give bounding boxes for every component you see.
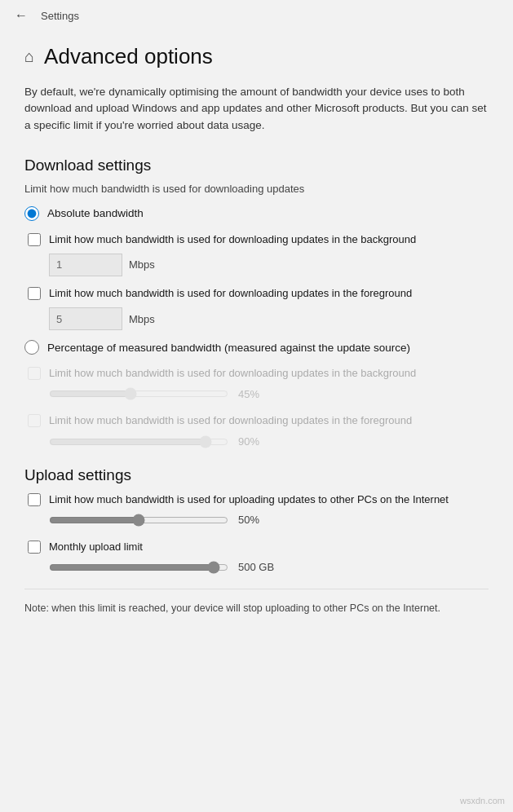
fg-percent-checkbox-row[interactable]: Limit how much bandwidth is used for dow… [28, 413, 489, 428]
absolute-bandwidth-radio[interactable] [24, 206, 39, 221]
absolute-bandwidth-label[interactable]: Absolute bandwidth [47, 207, 144, 219]
bg-percent-slider[interactable] [49, 387, 228, 400]
fg-mbps-input[interactable] [49, 307, 122, 330]
bg-mbps-input-row: Mbps [49, 254, 489, 276]
monthly-checkbox-label[interactable]: Monthly upload limit [49, 540, 143, 554]
upload-settings-section: Upload settings Limit how much bandwidth… [24, 466, 489, 574]
bg-percent-slider-section: 45% [49, 387, 489, 400]
bg-mbps-input[interactable] [49, 254, 122, 276]
monthly-value: 500 GB [238, 561, 274, 573]
fg-percent-checkbox[interactable] [28, 414, 41, 427]
upload-slider-section: 50% [49, 514, 489, 527]
main-content: ⌂ Advanced options By default, we're dyn… [0, 31, 513, 641]
fg-percent-slider-section: 90% [49, 435, 489, 448]
fg-percent-checkbox-label[interactable]: Limit how much bandwidth is used for dow… [49, 413, 412, 428]
home-icon: ⌂ [24, 47, 34, 66]
bg-percent-checkbox-row[interactable]: Limit how much bandwidth is used for dow… [28, 366, 489, 381]
monthly-slider-section: 500 GB [49, 561, 489, 574]
percentage-bandwidth-row[interactable]: Percentage of measured bandwidth (measur… [24, 340, 489, 355]
bg-percent-slider-row[interactable]: 45% [49, 387, 489, 400]
monthly-checkbox-row[interactable]: Monthly upload limit [28, 540, 489, 554]
upload-checkbox[interactable] [28, 493, 41, 506]
bg-percent-checkbox[interactable] [28, 367, 41, 380]
monthly-slider[interactable] [49, 561, 228, 574]
upload-slider[interactable] [49, 514, 228, 527]
monthly-slider-row[interactable]: 500 GB [49, 561, 489, 574]
upload-slider-row[interactable]: 50% [49, 514, 489, 527]
fg-percent-slider-row[interactable]: 90% [49, 435, 489, 448]
absolute-bandwidth-row[interactable]: Absolute bandwidth [24, 206, 489, 221]
back-button[interactable]: ← [10, 7, 33, 24]
download-section-title: Download settings [24, 157, 489, 174]
page-title: Advanced options [44, 44, 213, 69]
fg-percent-slider[interactable] [49, 435, 228, 448]
upload-percent-value: 50% [238, 514, 259, 526]
fg-unit-label: Mbps [129, 313, 155, 325]
download-settings-section: Download settings Limit how much bandwid… [24, 157, 489, 448]
title-bar: ← Settings [0, 0, 513, 31]
download-section-subtitle: Limit how much bandwidth is used for dow… [24, 183, 489, 195]
fg-absolute-checkbox-label[interactable]: Limit how much bandwidth is used for dow… [49, 286, 412, 301]
bg-absolute-checkbox-label[interactable]: Limit how much bandwidth is used for dow… [49, 232, 416, 247]
watermark: wsxdn.com [460, 796, 505, 805]
settings-label: Settings [41, 10, 79, 22]
upload-checkbox-row[interactable]: Limit how much bandwidth is used for upl… [28, 492, 489, 507]
bg-absolute-checkbox-row[interactable]: Limit how much bandwidth is used for dow… [28, 232, 489, 247]
bg-percent-value: 45% [238, 388, 259, 400]
monthly-checkbox[interactable] [28, 541, 41, 554]
percentage-bandwidth-radio[interactable] [24, 340, 39, 355]
note-text: Note: when this limit is reached, your d… [24, 589, 489, 616]
page-header: ⌂ Advanced options [24, 44, 489, 69]
bg-absolute-checkbox[interactable] [28, 233, 41, 246]
bg-unit-label: Mbps [129, 258, 155, 271]
description-text: By default, we're dynamically optimising… [24, 84, 489, 134]
percentage-bandwidth-label[interactable]: Percentage of measured bandwidth (measur… [47, 342, 410, 354]
upload-checkbox-label[interactable]: Limit how much bandwidth is used for upl… [49, 492, 449, 507]
bg-percent-checkbox-label[interactable]: Limit how much bandwidth is used for dow… [49, 366, 416, 381]
fg-mbps-input-row: Mbps [49, 307, 489, 330]
fg-percent-value: 90% [238, 435, 259, 448]
fg-absolute-checkbox[interactable] [28, 287, 41, 300]
upload-section-title: Upload settings [24, 466, 489, 484]
fg-absolute-checkbox-row[interactable]: Limit how much bandwidth is used for dow… [28, 286, 489, 301]
